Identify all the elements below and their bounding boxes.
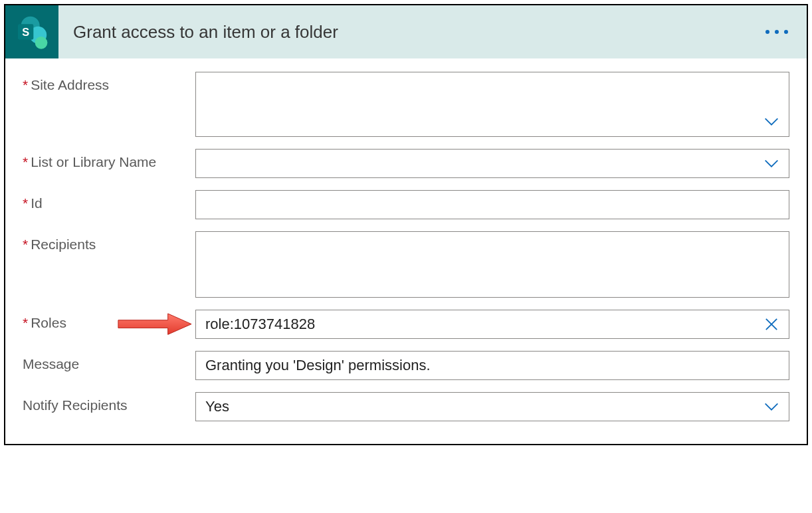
label-site-address: *Site Address <box>23 72 195 93</box>
chevron-down-icon[interactable] <box>762 112 781 131</box>
row-recipients: *Recipients <box>23 231 789 298</box>
card-title: Grant access to an item or a folder <box>73 22 338 43</box>
id-input[interactable] <box>195 190 789 219</box>
site-address-input[interactable] <box>195 72 789 137</box>
roles-input[interactable]: role:1073741828 <box>195 310 789 339</box>
row-roles: *Roles role:1073741828 <box>23 310 789 339</box>
close-icon[interactable] <box>762 315 781 334</box>
chevron-down-icon[interactable] <box>762 154 781 173</box>
message-input[interactable]: Granting you 'Design' permissions. <box>195 351 789 380</box>
card-body: *Site Address *List or Library Name <box>5 58 807 444</box>
callout-arrow-icon <box>116 311 194 338</box>
more-options-icon[interactable] <box>765 30 788 34</box>
label-id: *Id <box>23 190 195 211</box>
row-site-address: *Site Address <box>23 72 789 137</box>
row-message: Message Granting you 'Design' permission… <box>23 351 789 380</box>
svg-text:S: S <box>22 26 29 38</box>
label-roles: *Roles <box>23 310 195 331</box>
list-library-input[interactable] <box>195 149 789 178</box>
sharepoint-icon: S <box>5 5 58 58</box>
label-message: Message <box>23 351 195 372</box>
recipients-input[interactable] <box>195 231 789 298</box>
chevron-down-icon[interactable] <box>762 397 781 416</box>
notify-input[interactable]: Yes <box>195 392 789 421</box>
row-list-library: *List or Library Name <box>23 149 789 178</box>
label-notify: Notify Recipients <box>23 392 195 413</box>
row-id: *Id <box>23 190 789 219</box>
label-recipients: *Recipients <box>23 231 195 253</box>
row-notify: Notify Recipients Yes <box>23 392 789 421</box>
svg-point-2 <box>35 37 48 49</box>
label-list-library: *List or Library Name <box>23 149 195 170</box>
card-header: S Grant access to an item or a folder <box>5 5 807 58</box>
action-card: S Grant access to an item or a folder *S… <box>4 4 808 445</box>
